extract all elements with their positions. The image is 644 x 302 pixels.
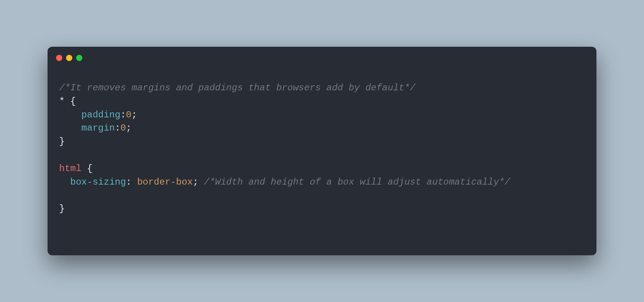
maximize-icon[interactable]	[76, 55, 82, 61]
code-comment: /*Width and height of a box will adjust …	[204, 177, 510, 187]
code-value: border-box	[137, 177, 193, 187]
code-comment: /*It removes margins and paddings that b…	[59, 83, 416, 93]
code-indent	[59, 177, 70, 187]
code-close-brace: }	[59, 136, 65, 147]
code-close-brace: }	[59, 204, 65, 214]
code-space	[198, 177, 204, 187]
code-colon: :	[115, 123, 120, 133]
code-open-brace: {	[82, 163, 93, 174]
code-property: margin	[82, 123, 115, 133]
code-colon: :	[126, 177, 137, 187]
code-open-brace: {	[65, 96, 76, 107]
code-value: 0	[126, 110, 131, 120]
code-property: box-sizing	[70, 177, 126, 187]
code-semicolon: ;	[193, 177, 198, 187]
code-value: 0	[120, 123, 126, 133]
code-semicolon: ;	[131, 110, 137, 120]
window-titlebar	[48, 47, 596, 62]
code-selector: html	[59, 163, 82, 174]
code-content: /*It removes margins and paddings that b…	[48, 62, 596, 227]
code-property: padding	[82, 110, 121, 120]
minimize-icon[interactable]	[66, 55, 72, 61]
code-colon: :	[120, 110, 126, 120]
code-semicolon: ;	[126, 123, 131, 133]
code-editor-window: /*It removes margins and paddings that b…	[48, 47, 596, 255]
close-icon[interactable]	[56, 55, 62, 61]
code-indent	[59, 123, 82, 133]
code-indent	[59, 110, 82, 120]
code-selector: *	[59, 96, 65, 107]
